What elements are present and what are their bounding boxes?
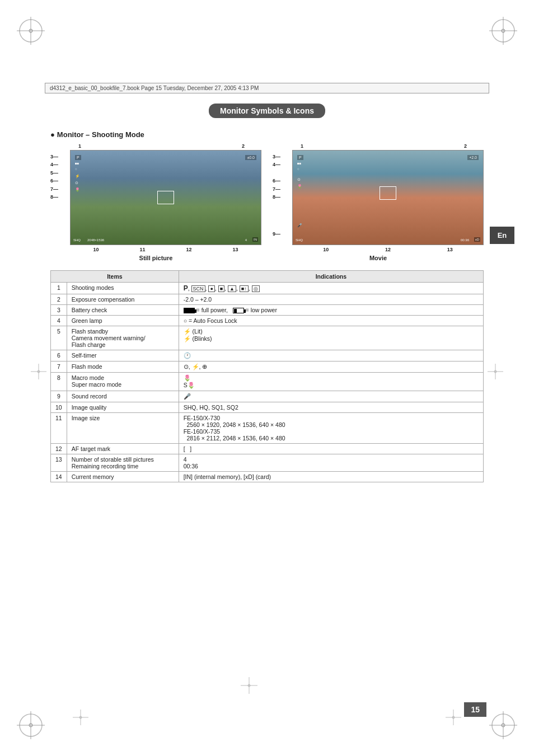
table-row: 13 Number of storable still picturesRema… <box>51 454 484 472</box>
row-num: 2 <box>51 294 67 305</box>
table-row: 1 Shooting modes P, SCN, ●, ■, ▲, ■↑, ◎ <box>51 283 484 294</box>
movie-bottom-labels: 10 12 13 <box>292 247 484 252</box>
sub-heading: Monitor – Shooting Mode <box>50 130 484 139</box>
table-row: 5 Flash standbyCamera movement warning/F… <box>51 326 484 350</box>
left-crosshair <box>31 364 46 379</box>
row-indication: = full power, = low power <box>179 305 483 316</box>
still-bottom-labels: 10 11 12 13 <box>70 247 261 252</box>
table-row: 10 Image quality SHQ, HQ, SQ1, SQ2 <box>51 402 484 413</box>
row-item: Sound record <box>67 391 179 402</box>
corner-bl <box>17 711 45 739</box>
table-row: 2 Exposure compensation -2.0 – +2.0 <box>51 294 484 305</box>
row-num: 9 <box>51 391 67 402</box>
movie-diagram-wrap: 1 2 3— 4— 6— 7— 8— P <box>273 143 484 261</box>
table-row: 11 Image size FE-150/X-730 2560 × 1920, … <box>51 413 484 444</box>
row-num: 13 <box>51 454 67 472</box>
row-indication: 400:36 <box>179 454 483 472</box>
section-title: Monitor Symbols & Icons <box>209 104 325 118</box>
right-crosshair <box>488 364 503 379</box>
bottom-crosshair-mid <box>241 677 257 694</box>
movie-caption: Movie <box>273 255 484 261</box>
diagrams-row: 1 2 3— 4— 5— 6— 7— 8— <box>50 143 484 261</box>
row-item: Image size <box>67 413 179 444</box>
movie-top-labels: 1 2 <box>273 143 484 149</box>
battery-full-icon <box>184 308 195 313</box>
table-row: 7 Flash mode ⊙, ⚡, ⊕ <box>51 361 484 373</box>
still-diagram-container: 3— 4— 5— 6— 7— 8— P ±0.0 ■■ ○ ⚡ <box>50 150 261 252</box>
row-indication: -2.0 – +2.0 <box>179 294 483 305</box>
row-num: 12 <box>51 444 67 454</box>
table-row: 6 Self-timer 🕐 <box>51 350 484 361</box>
row-num: 1 <box>51 283 67 294</box>
row-num: 3 <box>51 305 67 316</box>
movie-label-9: 9— <box>273 231 280 237</box>
table-row: 9 Sound record 🎤 <box>51 391 484 402</box>
corner-tr <box>489 17 517 45</box>
row-indication: 🎤 <box>179 391 483 402</box>
row-indication: [ ] <box>179 444 483 454</box>
col-items-header: Items <box>51 271 179 283</box>
row-indication: 🌷S🌷 <box>179 373 483 391</box>
info-table: Items Indications 1 Shooting modes P, SC… <box>50 270 484 482</box>
table-row: 3 Battery check = full power, = low powe… <box>51 305 484 316</box>
row-num: 5 <box>51 326 67 350</box>
corner-br <box>489 711 517 739</box>
row-num: 4 <box>51 316 67 326</box>
row-item: Macro modeSuper macro mode <box>67 373 179 391</box>
row-num: 14 <box>51 472 67 482</box>
row-indication: ⊙, ⚡, ⊕ <box>179 361 483 373</box>
row-num: 10 <box>51 402 67 413</box>
bottom-crosshair-right <box>446 710 461 725</box>
main-content: Monitor Symbols & Icons Monitor – Shooti… <box>50 104 484 482</box>
row-item: Image quality <box>67 402 179 413</box>
row-item: Exposure compensation <box>67 294 179 305</box>
still-left-labels: 3— 4— 5— 6— 7— 8— <box>50 153 58 201</box>
row-item: Battery check <box>67 305 179 316</box>
header-text: d4312_e_basic_00_bookfile_7.book Page 15… <box>50 85 259 91</box>
table-row: 12 AF target mark [ ] <box>51 444 484 454</box>
movie-left-labels: 3— 4— 6— 7— 8— <box>273 153 280 201</box>
still-camera-screen: P ±0.0 ■■ ○ ⚡ ⊙ 🌷 SHQ 2048×1536 4 <box>70 150 261 245</box>
col-indications-header: Indications <box>179 271 483 283</box>
movie-diagram-container: 3— 4— 6— 7— 8— P +2.0 ■■ ○ ⊙ 🌷 <box>273 150 484 252</box>
table-row: 4 Green lamp ○ = Auto Focus Lock <box>51 316 484 326</box>
en-badge: En <box>490 227 514 244</box>
movie-camera-screen: P +2.0 ■■ ○ ⊙ 🌷 🎤 SHQ 00:36 <box>292 150 484 245</box>
row-item: Number of storable still picturesRemaini… <box>67 454 179 472</box>
row-indication: ⚡ (Lit) ⚡ (Blinks) <box>179 326 483 350</box>
corner-tl <box>17 17 45 45</box>
row-item: Shooting modes <box>67 283 179 294</box>
row-indication: FE-150/X-730 2560 × 1920, 2048 × 1536, 6… <box>179 413 483 444</box>
row-num: 6 <box>51 350 67 361</box>
still-caption: Still picture <box>50 255 261 261</box>
row-indication: SHQ, HQ, SQ1, SQ2 <box>179 402 483 413</box>
row-item: Self-timer <box>67 350 179 361</box>
page-header: d4312_e_basic_00_bookfile_7.book Page 15… <box>45 83 489 93</box>
still-top-labels: 1 2 <box>50 143 261 149</box>
row-item: Current memory <box>67 472 179 482</box>
table-row: 8 Macro modeSuper macro mode 🌷S🌷 <box>51 373 484 391</box>
page-wrapper: d4312_e_basic_00_bookfile_7.book Page 15… <box>0 0 534 756</box>
row-indication: [IN] (internal memory), [xD] (card) <box>179 472 483 482</box>
row-num: 11 <box>51 413 67 444</box>
page-number: 15 <box>464 702 486 717</box>
row-indication: 🕐 <box>179 350 483 361</box>
row-item: Flash mode <box>67 361 179 373</box>
row-num: 8 <box>51 373 67 391</box>
bottom-crosshair-left <box>73 710 88 725</box>
row-item: AF target mark <box>67 444 179 454</box>
row-indication: P, SCN, ●, ■, ▲, ■↑, ◎ <box>179 283 483 294</box>
row-item: Flash standbyCamera movement warning/Fla… <box>67 326 179 350</box>
still-diagram-wrap: 1 2 3— 4— 5— 6— 7— 8— <box>50 143 261 261</box>
battery-low-icon <box>233 308 244 313</box>
row-num: 7 <box>51 361 67 373</box>
table-row: 14 Current memory [IN] (internal memory)… <box>51 472 484 482</box>
row-item: Green lamp <box>67 316 179 326</box>
row-indication: ○ = Auto Focus Lock <box>179 316 483 326</box>
